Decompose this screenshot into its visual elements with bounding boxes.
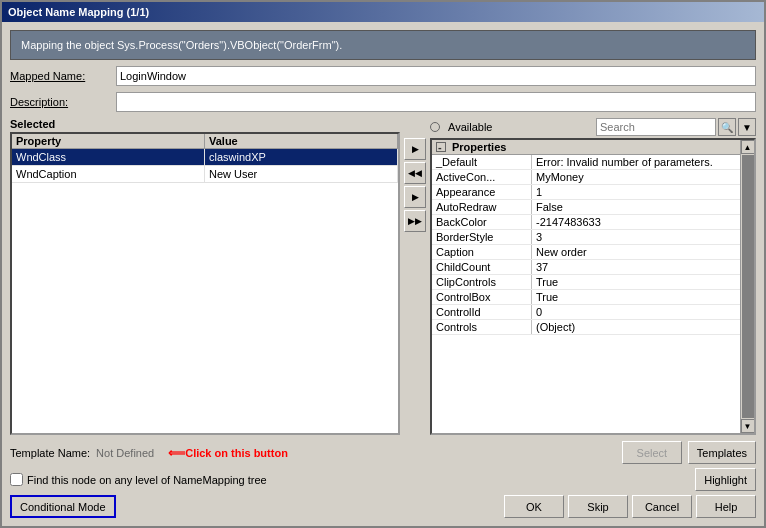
find-node-label: Find this node on any level of NameMappi… bbox=[27, 474, 267, 486]
templates-button[interactable]: Templates bbox=[688, 441, 756, 464]
click-hint-text: Click on this button bbox=[185, 447, 288, 459]
selected-header: Selected bbox=[10, 118, 400, 130]
properties-label: Properties bbox=[452, 141, 506, 153]
prop-name: AutoRedraw bbox=[432, 200, 532, 214]
click-arrow-icon: ⟸ bbox=[168, 446, 185, 460]
prop-name: ClipControls bbox=[432, 275, 532, 289]
row-value: New User bbox=[205, 166, 398, 182]
scroll-up-btn[interactable]: ▲ bbox=[741, 140, 755, 154]
prop-name: BackColor bbox=[432, 215, 532, 229]
search-input[interactable] bbox=[596, 118, 716, 136]
bottom-section: Template Name: Not Defined ⟸ Click on th… bbox=[10, 441, 756, 518]
properties-header: Properties bbox=[432, 140, 740, 155]
table-row[interactable]: WndCaption New User bbox=[12, 166, 398, 183]
prop-name: BorderStyle bbox=[432, 230, 532, 244]
help-button[interactable]: Help bbox=[696, 495, 756, 518]
prop-value: -2147483633 bbox=[532, 215, 740, 229]
nav-left-all-btn[interactable]: ◀◀ bbox=[404, 162, 426, 184]
prop-name: Caption bbox=[432, 245, 532, 259]
prop-value: Error: Invalid number of parameters. bbox=[532, 155, 740, 169]
find-node-checkbox[interactable] bbox=[10, 473, 23, 486]
prop-row[interactable]: Controls (Object) bbox=[432, 320, 740, 335]
select-button[interactable]: Select bbox=[622, 441, 682, 464]
nav-buttons: ▶ ◀◀ ▶ ▶▶ bbox=[404, 118, 426, 435]
click-hint-container: ⟸ Click on this button bbox=[168, 446, 288, 460]
prop-row[interactable]: ClipControls True bbox=[432, 275, 740, 290]
prop-value: False bbox=[532, 200, 740, 214]
available-label: Available bbox=[448, 121, 492, 133]
selected-panel: Selected Property Value WndClass claswin… bbox=[10, 118, 400, 435]
skip-button[interactable]: Skip bbox=[568, 495, 628, 518]
checkbox-row: Find this node on any level of NameMappi… bbox=[10, 468, 756, 491]
prop-name: _Default bbox=[432, 155, 532, 169]
available-radio[interactable] bbox=[430, 122, 440, 132]
main-window: Object Name Mapping (1/1) Mapping the ob… bbox=[0, 0, 766, 528]
prop-name: ControlId bbox=[432, 305, 532, 319]
properties-table: Properties _Default Error: Invalid numbe… bbox=[432, 140, 740, 433]
ok-button[interactable]: OK bbox=[504, 495, 564, 518]
prop-value: 0 bbox=[532, 305, 740, 319]
available-header: Available 🔍 ▼ bbox=[430, 118, 756, 136]
nav-right-btn[interactable]: ▶ bbox=[404, 138, 426, 160]
mapped-name-input[interactable] bbox=[116, 66, 756, 86]
scroll-thumb[interactable] bbox=[742, 155, 754, 418]
description-row: Description: bbox=[10, 92, 756, 112]
nav-right-all-btn[interactable]: ▶▶ bbox=[404, 210, 426, 232]
prop-row[interactable]: AutoRedraw False bbox=[432, 200, 740, 215]
search-dropdown-btn[interactable]: ▼ bbox=[738, 118, 756, 136]
nav-right-single-btn[interactable]: ▶ bbox=[404, 186, 426, 208]
row-value: claswindXP bbox=[205, 149, 398, 165]
title-bar: Object Name Mapping (1/1) bbox=[2, 2, 764, 22]
search-button[interactable]: 🔍 bbox=[718, 118, 736, 136]
prop-name: ChildCount bbox=[432, 260, 532, 274]
prop-row[interactable]: BackColor -2147483633 bbox=[432, 215, 740, 230]
description-label: Description: bbox=[10, 96, 110, 108]
prop-row[interactable]: BorderStyle 3 bbox=[432, 230, 740, 245]
selected-table-header: Property Value bbox=[12, 134, 398, 149]
mapped-name-row: Mapped Name: bbox=[10, 66, 756, 86]
selected-table: Property Value WndClass claswindXP WndCa… bbox=[10, 132, 400, 435]
prop-name: ActiveCon... bbox=[432, 170, 532, 184]
properties-table-wrap: Properties _Default Error: Invalid numbe… bbox=[430, 138, 756, 435]
prop-value: True bbox=[532, 275, 740, 289]
prop-row[interactable]: ControlBox True bbox=[432, 290, 740, 305]
prop-value: 1 bbox=[532, 185, 740, 199]
prop-row[interactable]: Appearance 1 bbox=[432, 185, 740, 200]
prop-row[interactable]: ActiveCon... MyMoney bbox=[432, 170, 740, 185]
highlight-button[interactable]: Highlight bbox=[695, 468, 756, 491]
prop-value: MyMoney bbox=[532, 170, 740, 184]
prop-row[interactable]: _Default Error: Invalid number of parame… bbox=[432, 155, 740, 170]
prop-value: True bbox=[532, 290, 740, 304]
prop-row[interactable]: ChildCount 37 bbox=[432, 260, 740, 275]
prop-value: 37 bbox=[532, 260, 740, 274]
prop-value: (Object) bbox=[532, 320, 740, 334]
cancel-button[interactable]: Cancel bbox=[632, 495, 692, 518]
search-box: 🔍 ▼ bbox=[596, 118, 756, 136]
prop-name: ControlBox bbox=[432, 290, 532, 304]
info-text: Mapping the object Sys.Process("Orders")… bbox=[21, 39, 342, 51]
available-panel: Available 🔍 ▼ Properties _Def bbox=[430, 118, 756, 435]
row-property: WndClass bbox=[12, 149, 205, 165]
mapped-name-label: Mapped Name: bbox=[10, 70, 110, 82]
window-title: Object Name Mapping (1/1) bbox=[8, 6, 149, 18]
prop-value: 3 bbox=[532, 230, 740, 244]
template-name-value: Not Defined bbox=[96, 447, 154, 459]
prop-row[interactable]: ControlId 0 bbox=[432, 305, 740, 320]
conditional-mode-button[interactable]: Conditional Mode bbox=[10, 495, 116, 518]
scrollbar[interactable]: ▲ ▼ bbox=[740, 140, 754, 433]
description-input[interactable] bbox=[116, 92, 756, 112]
col-value: Value bbox=[205, 134, 398, 148]
minus-icon bbox=[436, 142, 446, 152]
bottom-buttons-row: Conditional Mode OK Skip Cancel Help bbox=[10, 495, 756, 518]
main-section: Selected Property Value WndClass claswin… bbox=[10, 118, 756, 435]
info-bar: Mapping the object Sys.Process("Orders")… bbox=[10, 30, 756, 60]
prop-name: Controls bbox=[432, 320, 532, 334]
content-area: Mapping the object Sys.Process("Orders")… bbox=[2, 22, 764, 526]
template-row: Template Name: Not Defined ⟸ Click on th… bbox=[10, 441, 756, 464]
template-name-label: Template Name: bbox=[10, 447, 90, 459]
scroll-down-btn[interactable]: ▼ bbox=[741, 419, 755, 433]
prop-name: Appearance bbox=[432, 185, 532, 199]
col-property: Property bbox=[12, 134, 205, 148]
prop-row[interactable]: Caption New order bbox=[432, 245, 740, 260]
table-row[interactable]: WndClass claswindXP bbox=[12, 149, 398, 166]
